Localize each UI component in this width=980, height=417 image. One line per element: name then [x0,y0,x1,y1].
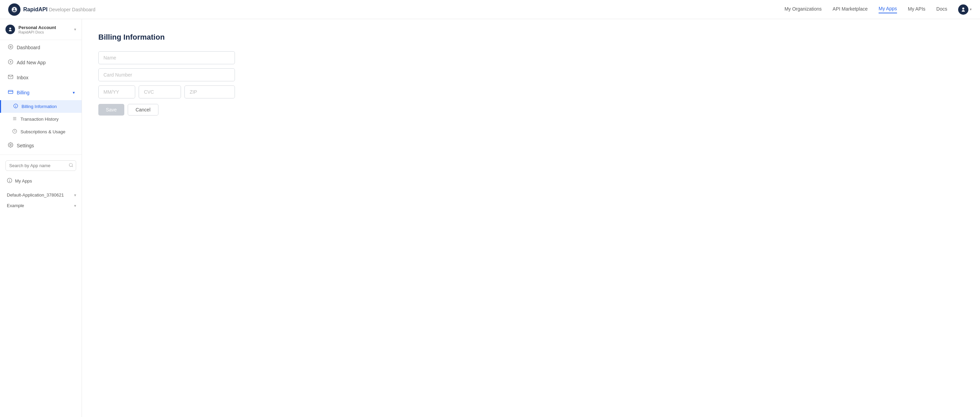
rapidapi-logo [8,3,21,16]
add-app-label: Add New App [17,60,46,65]
page-title: Billing Information [98,33,964,42]
app-default-chevron-icon: ▾ [74,193,76,198]
sidebar-item-billing-information[interactable]: Billing Information [0,100,82,113]
svg-line-18 [72,166,73,167]
expiry-input[interactable] [98,85,135,98]
app-example-chevron-icon: ▾ [74,203,76,208]
billing-info-icon [13,104,18,109]
sidebar: Personal Account RapidAPI Docs ▾ Dashboa… [0,19,82,417]
subscriptions-label: Subscriptions & Usage [21,129,65,134]
my-apps-label[interactable]: My Apps [7,178,75,184]
svg-point-16 [10,144,11,145]
form-actions: Save Cancel [98,104,235,115]
sidebar-item-billing[interactable]: Billing ▾ [0,85,82,100]
save-button[interactable]: Save [98,104,124,115]
search-icon [68,163,73,168]
my-apps-title: My Apps [15,179,32,184]
user-chevron-icon: ▾ [970,7,972,12]
account-subtitle: RapidAPI Docs [18,30,56,34]
app-search-box[interactable] [5,160,76,171]
account-name: Personal Account [18,25,56,30]
transaction-icon [12,116,17,122]
zip-input[interactable] [185,85,235,98]
inbox-label: Inbox [17,75,28,80]
app-item-example[interactable]: Example ▾ [0,200,82,211]
svg-point-2 [10,46,11,48]
user-avatar [958,5,968,15]
dashboard-label: Dashboard [17,45,40,50]
account-details: Personal Account RapidAPI Docs [18,25,56,34]
billing-form: Save Cancel [98,51,235,115]
card-details-row [98,85,235,98]
sidebar-divider [0,155,82,155]
card-number-input[interactable] [98,69,235,81]
svg-point-17 [69,163,72,166]
name-input[interactable] [98,51,235,64]
sidebar-item-add-new-app[interactable]: Add New App [0,55,82,70]
brand-name: RapidAPIDeveloper Dashboard [23,6,95,13]
cancel-button[interactable]: Cancel [128,104,158,115]
account-chevron-icon: ▾ [74,27,76,32]
sidebar-item-transaction-history[interactable]: Transaction History [0,113,82,125]
svg-rect-7 [8,90,13,93]
main-content: Billing Information Save Cancel [82,19,980,417]
svg-point-1 [8,45,13,49]
account-switcher[interactable]: Personal Account RapidAPI Docs ▾ [0,19,82,40]
my-apps-icon [7,178,12,184]
header: RapidAPIDeveloper Dashboard My Organizat… [0,0,980,19]
app-example-label: Example [7,203,24,208]
nav-my-organizations[interactable]: My Organizations [784,6,822,13]
user-menu[interactable]: ▾ [958,5,972,15]
sidebar-item-subscriptions[interactable]: Subscriptions & Usage [0,125,82,138]
my-apps-section: My Apps [0,175,82,190]
subscriptions-icon [12,129,17,135]
billing-icon [8,89,13,96]
sidebar-item-inbox[interactable]: Inbox [0,70,82,85]
billing-label: Billing [17,90,29,95]
dashboard-icon [8,44,13,51]
sidebar-item-dashboard[interactable]: Dashboard [0,40,82,55]
add-app-icon [8,59,13,66]
app-default-label: Default-Application_3780621 [7,192,64,198]
nav-api-marketplace[interactable]: API Marketplace [832,6,868,13]
cvc-input[interactable] [138,85,181,98]
inbox-icon [8,74,13,81]
billing-submenu: Billing Information Transaction History … [0,100,82,138]
app-item-default[interactable]: Default-Application_3780621 ▾ [0,190,82,200]
sidebar-item-settings[interactable]: Settings [0,138,82,153]
brand-area: RapidAPIDeveloper Dashboard [8,3,95,16]
nav-my-apps[interactable]: My Apps [878,6,897,13]
search-input[interactable] [9,163,67,168]
svg-point-11 [15,107,16,107]
nav-docs[interactable]: Docs [936,6,947,13]
account-info-group: Personal Account RapidAPI Docs [5,25,56,34]
svg-point-21 [9,181,10,182]
billing-information-label: Billing Information [22,104,57,109]
nav-my-apis[interactable]: My APIs [908,6,925,13]
transaction-history-label: Transaction History [21,117,59,122]
account-avatar [5,25,15,34]
settings-label: Settings [17,143,34,149]
layout: Personal Account RapidAPI Docs ▾ Dashboa… [0,19,980,417]
settings-icon [8,142,13,149]
main-nav: My Organizations API Marketplace My Apps… [784,5,972,15]
billing-chevron-icon: ▾ [73,90,75,95]
